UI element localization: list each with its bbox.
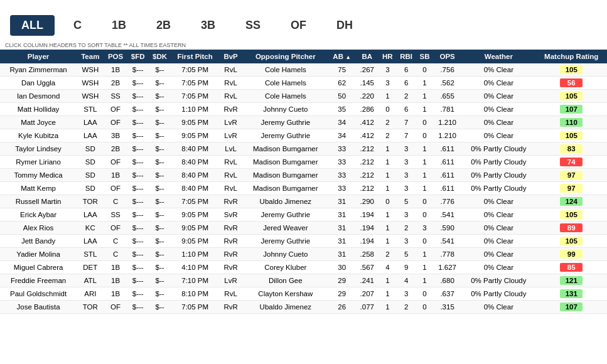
cell-6: LvR [219,129,242,142]
cell-10: 1 [379,274,396,287]
cell-9: .194 [355,222,379,235]
col-header-first-pitch[interactable]: First Pitch [171,50,219,63]
cell-12: 1 [416,156,433,169]
cell-11: 3 [396,208,416,222]
col-header--dk[interactable]: $DK [149,50,171,63]
cell-4: $-- [149,182,171,195]
cell-3: $--- [127,182,149,195]
tab-c[interactable]: C [62,15,93,36]
cell-6: RvL [219,77,242,90]
cell-1: LAA [77,235,104,248]
position-tabs[interactable]: ALLC1B2B3BSSOFDH [0,10,607,41]
cell-5: 4:10 PM [171,261,219,274]
cell-4: $-- [149,222,171,235]
cell-3: $--- [127,103,149,116]
tab-all[interactable]: ALL [10,15,55,36]
table-row: Yadier MolinaSTLC$---$--1:10 PMRvRJohnny… [0,248,607,261]
cell-12: 0 [416,63,433,77]
cell-13: .590 [433,222,461,235]
cell-0: Ryan Zimmerman [0,63,77,77]
cell-6: RvL [219,63,242,77]
cell-9: .241 [355,274,379,287]
cell-9: .290 [355,195,379,208]
col-header--fd[interactable]: $FD [127,50,149,63]
col-header-matchup-rating[interactable]: Matchup Rating [535,50,607,63]
cell-6: LvL [219,142,242,156]
tab-2b[interactable]: 2B [145,15,182,36]
table-row: Matt HollidaySTLOF$---$--1:10 PMRvRJohnn… [0,103,607,116]
cell-3: $--- [127,90,149,103]
cell-13: .611 [433,156,461,169]
cell-0: Tommy Medica [0,169,77,182]
cell-13: .680 [433,274,461,287]
cell-2: SS [104,208,127,222]
cell-10: 3 [379,63,396,77]
cell-7: Dillon Gee [242,274,328,287]
col-header-ab[interactable]: AB ▲ [328,50,355,63]
col-header-ops[interactable]: OPS [433,50,461,63]
cell-10: 1 [379,235,396,248]
cell-0: Matt Joyce [0,116,77,129]
cell-10: 2 [379,116,396,129]
cell-1: STL [77,103,104,116]
col-header-ba[interactable]: BA [355,50,379,63]
cell-10: 4 [379,261,396,274]
cell-11: 2 [396,222,416,235]
rating-badge: 85 [560,263,583,272]
cell-4: $-- [149,77,171,90]
cell-6: SvR [219,208,242,222]
cell-6: LvR [219,116,242,129]
table-row: Erick AybarLAASS$---$--9:05 PMSvRJeremy … [0,208,607,222]
cell-11: 3 [396,156,416,169]
tab-dh[interactable]: DH [325,15,364,36]
col-header-hr[interactable]: HR [379,50,396,63]
cell-12: 0 [416,195,433,208]
col-header-weather[interactable]: Weather [461,50,535,63]
col-header-opposing-pitcher[interactable]: Opposing Pitcher [242,50,328,63]
cell-14: 0% Clear [461,90,535,103]
cell-3: $--- [127,116,149,129]
cell-4: $-- [149,274,171,287]
cell-7: Madison Bumgarner [242,182,328,195]
cell-13: .541 [433,235,461,248]
cell-8: 34 [328,116,355,129]
cell-4: $-- [149,116,171,129]
col-header-sb[interactable]: SB [416,50,433,63]
cell-11: 3 [396,182,416,195]
tab-3b[interactable]: 3B [190,15,227,36]
rating-badge: 105 [560,237,583,245]
cell-8: 34 [328,129,355,142]
tab-1b[interactable]: 1B [100,15,137,36]
col-header-rbi[interactable]: RBI [396,50,416,63]
matchup-rating: 83 [535,142,607,156]
col-header-player[interactable]: Player [0,50,77,63]
cell-2: C [104,248,127,261]
cell-6: RvR [219,301,242,314]
cell-7: Corey Kluber [242,261,328,274]
col-header-team[interactable]: Team [77,50,104,63]
rating-badge: 105 [560,131,583,140]
col-header-pos[interactable]: POS [104,50,127,63]
col-header-bvp[interactable]: BvP [219,50,242,63]
cell-0: Dan Uggla [0,77,77,90]
cell-13: .611 [433,182,461,195]
cell-1: WSH [77,63,104,77]
cell-5: 9:05 PM [171,235,219,248]
table-row: Jett BandyLAAC$---$--9:05 PMRvRJeremy Gu… [0,235,607,248]
cell-13: .637 [433,287,461,301]
cell-1: LAA [77,116,104,129]
cell-7: Cole Hamels [242,63,328,77]
cell-5: 9:05 PM [171,116,219,129]
cell-3: $--- [127,208,149,222]
tab-ss[interactable]: SS [234,15,272,36]
table-row: Alex RiosKCOF$---$--9:05 PMRvRJered Weav… [0,222,607,235]
cell-7: Madison Bumgarner [242,142,328,156]
rating-badge: 131 [560,289,583,298]
cell-13: 1.210 [433,116,461,129]
cell-5: 9:05 PM [171,222,219,235]
tab-of[interactable]: OF [279,15,318,36]
cell-8: 31 [328,235,355,248]
cell-2: 2B [104,77,127,90]
cell-13: .655 [433,90,461,103]
cell-11: 3 [396,287,416,301]
